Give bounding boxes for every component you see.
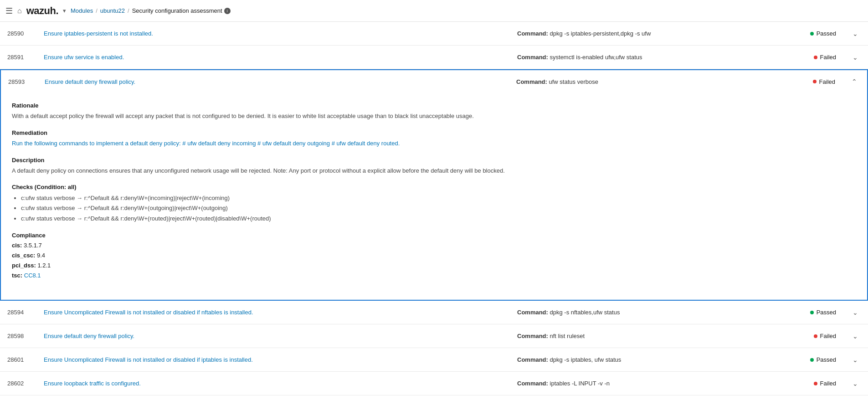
row-title: Ensure iptables-persistent is not instal… — [44, 30, 517, 37]
status-dot-passed — [810, 311, 814, 314]
check-item: c:ufw status verbose → r:^Default && r:d… — [21, 203, 856, 213]
rationale-text: With a default accept policy the firewal… — [12, 112, 856, 121]
checks-list: c:ufw status verbose → r:^Default && r:d… — [12, 193, 856, 223]
row-id: 28601 — [7, 356, 44, 363]
row-id: 28602 — [7, 380, 44, 387]
check-item: c:ufw status verbose → r:^Default && r:d… — [21, 214, 856, 224]
breadcrumb-sep-1: / — [96, 7, 98, 14]
compliance-cis: cis: 3.5.1.7 — [12, 241, 856, 251]
checks-section: Checks (Condition: all) c:ufw status ver… — [12, 184, 856, 223]
table-row[interactable]: 28603 Ensure default deny firewall polic… — [0, 395, 868, 405]
rationale-section: Rationale With a default accept policy t… — [12, 102, 856, 121]
status-dot-passed — [810, 32, 814, 36]
chevron-down-icon[interactable]: ⌄ — [850, 333, 861, 340]
chevron-down-icon[interactable]: ⌄ — [850, 380, 861, 387]
table-row[interactable]: 28598 Ensure default deny firewall polic… — [0, 324, 868, 348]
status-text: Passed — [817, 356, 836, 363]
table-row[interactable]: 28591 Ensure ufw service is enabled. Com… — [0, 46, 868, 69]
chevron-down-icon[interactable]: ⌄ — [850, 356, 861, 364]
detail-panel: Rationale With a default accept policy t… — [0, 93, 868, 301]
breadcrumb: Modules / ubuntu22 / Security configurat… — [71, 7, 231, 14]
row-title: Ensure default deny firewall policy. — [45, 78, 516, 85]
status-text: Failed — [820, 333, 836, 339]
breadcrumb-modules[interactable]: Modules — [71, 7, 93, 14]
logo: wazuh. — [26, 5, 58, 17]
compliance-cis-csc: cis_csc: 9.4 — [12, 251, 856, 261]
table-row[interactable]: 28601 Ensure Uncomplicated Firewall is n… — [0, 348, 868, 372]
remediation-section: Remediation Run the following commands t… — [12, 129, 856, 149]
menu-icon[interactable]: ☰ — [5, 6, 13, 16]
row-status: Failed — [772, 380, 836, 387]
table-row[interactable]: 28602 Ensure loopback traffic is configu… — [0, 372, 868, 395]
check-item: c:ufw status verbose → r:^Default && r:d… — [21, 193, 856, 203]
status-text: Failed — [820, 380, 836, 387]
row-status: Failed — [771, 78, 835, 85]
row-status: Passed — [772, 356, 836, 363]
rationale-title: Rationale — [12, 102, 856, 109]
chevron-down-icon[interactable]: ⌄ — [850, 54, 861, 61]
top-navigation: ☰ ⌂ wazuh. ▾ Modules / ubuntu22 / Securi… — [0, 0, 868, 22]
compliance-section: Compliance cis: 3.5.1.7 cis_csc: 9.4 pci… — [12, 232, 856, 281]
description-text: A default deny policy on connections ens… — [12, 166, 856, 176]
row-id: 28594 — [7, 309, 44, 316]
status-text: Passed — [817, 309, 836, 316]
status-text: Failed — [820, 54, 836, 61]
chevron-down-icon[interactable]: ⌄ — [850, 30, 861, 37]
sca-table: 28590 Ensure iptables-persistent is not … — [0, 22, 868, 405]
status-text: Passed — [817, 30, 836, 37]
row-title: Ensure ufw service is enabled. — [44, 54, 517, 61]
status-dot-failed — [814, 382, 817, 385]
row-title: Ensure loopback traffic is configured. — [44, 380, 517, 387]
breadcrumb-current-label: Security configuration assessment — [132, 7, 222, 14]
row-command: Command: iptables -L INPUT -v -n — [517, 380, 772, 387]
row-command: Command: systemctl is-enabled ufw,ufw st… — [517, 54, 772, 61]
table-row[interactable]: 28590 Ensure iptables-persistent is not … — [0, 22, 868, 46]
description-section: Description A default deny policy on con… — [12, 157, 856, 176]
remediation-title: Remediation — [12, 129, 856, 136]
row-id: 28593 — [8, 78, 45, 85]
status-dot-passed — [810, 358, 814, 362]
row-command: Command: ufw status verbose — [516, 78, 771, 85]
row-status: Passed — [772, 30, 836, 37]
row-status: Failed — [772, 54, 836, 61]
breadcrumb-current: Security configuration assessment i — [132, 7, 231, 14]
row-status: Failed — [772, 333, 836, 339]
nav-dropdown-icon[interactable]: ▾ — [63, 7, 66, 14]
chevron-up-icon[interactable]: ⌃ — [849, 78, 860, 85]
compliance-tsc: tsc: CC8.1 — [12, 271, 856, 281]
checks-title: Checks (Condition: all) — [12, 184, 856, 190]
row-command: Command: dpkg -s iptables-persistent,dpk… — [517, 30, 772, 37]
status-text: Failed — [819, 78, 835, 85]
breadcrumb-ubuntu[interactable]: ubuntu22 — [100, 7, 125, 14]
status-dot-failed — [814, 56, 817, 59]
row-title: Ensure Uncomplicated Firewall is not ins… — [44, 309, 517, 316]
row-id: 28591 — [7, 54, 44, 61]
compliance-title: Compliance — [12, 232, 856, 239]
home-icon[interactable]: ⌂ — [17, 7, 22, 15]
status-dot-failed — [814, 334, 817, 338]
row-title: Ensure default deny firewall policy. — [44, 333, 517, 339]
row-command: Command: nft list ruleset — [517, 333, 772, 339]
row-id: 28590 — [7, 30, 44, 37]
row-title: Ensure Uncomplicated Firewall is not ins… — [44, 356, 517, 363]
row-command: Command: dpkg -s nftables,ufw status — [517, 309, 772, 316]
breadcrumb-sep-2: / — [128, 7, 129, 14]
status-dot-failed — [813, 80, 817, 83]
info-icon[interactable]: i — [224, 8, 231, 14]
row-command: Command: dpkg -s iptables, ufw status — [517, 356, 772, 363]
chevron-down-icon[interactable]: ⌄ — [850, 404, 861, 405]
description-title: Description — [12, 157, 856, 164]
row-id: 28598 — [7, 333, 44, 339]
row-status: Passed — [772, 309, 836, 316]
compliance-tsc-link[interactable]: CC8.1 — [24, 272, 41, 279]
remediation-text: Run the following commands to implement … — [12, 139, 856, 149]
table-row-expanded[interactable]: 28593 Ensure default deny firewall polic… — [0, 69, 868, 93]
chevron-down-icon[interactable]: ⌄ — [850, 309, 861, 316]
compliance-pci-dss: pci_dss: 1.2.1 — [12, 261, 856, 271]
table-row[interactable]: 28594 Ensure Uncomplicated Firewall is n… — [0, 301, 868, 324]
